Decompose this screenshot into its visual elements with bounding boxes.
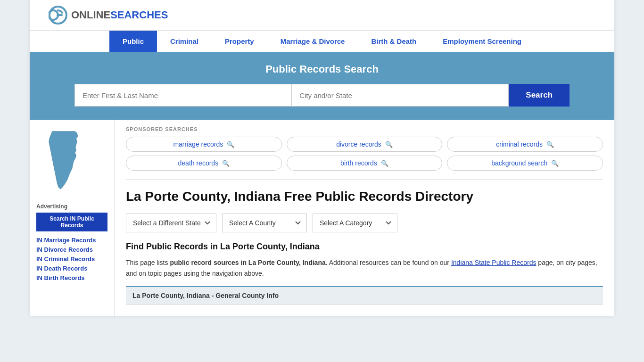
sponsored-section: SPONSORED SEARCHES marriage records 🔍 di… bbox=[126, 120, 603, 180]
find-text-bold: public record sources in La Porte County… bbox=[170, 259, 325, 266]
search-form: Search bbox=[74, 84, 570, 107]
search-icon-4: 🔍 bbox=[222, 160, 230, 167]
search-button[interactable]: Search bbox=[509, 84, 570, 107]
content-row: Advertising Search IN Public Records IN … bbox=[30, 120, 614, 316]
search-tags-row-2: death records 🔍 birth records 🔍 backgrou… bbox=[126, 156, 603, 171]
main-nav: Public Criminal Property Marriage & Divo… bbox=[30, 30, 614, 52]
category-dropdown[interactable]: Select A Category bbox=[313, 214, 397, 232]
tag-marriage[interactable]: marriage records 🔍 bbox=[126, 137, 282, 152]
nav-employment[interactable]: Employment Screening bbox=[429, 31, 535, 52]
sidebar-links: IN Marriage Records IN Divorce Records I… bbox=[36, 236, 107, 281]
indiana-map bbox=[36, 127, 107, 195]
logo[interactable]: ONLINESEARCHES bbox=[49, 6, 168, 25]
nav-marriage-divorce[interactable]: Marriage & Divorce bbox=[267, 31, 358, 52]
logo-text: ONLINESEARCHES bbox=[71, 9, 168, 21]
nav-property[interactable]: Property bbox=[212, 31, 267, 52]
search-banner: Public Records Search Search bbox=[30, 52, 614, 120]
tag-marriage-label: marriage records bbox=[173, 140, 223, 148]
search-icon-5: 🔍 bbox=[381, 160, 388, 167]
svg-point-1 bbox=[57, 14, 59, 16]
tag-background-label: background search bbox=[491, 159, 547, 167]
logo-icon bbox=[49, 6, 67, 25]
sidebar-link-criminal[interactable]: IN Criminal Records bbox=[36, 255, 107, 263]
logo-online: ONLINE bbox=[71, 9, 110, 21]
tag-death-label: death records bbox=[178, 159, 219, 167]
state-dropdown[interactable]: Select a Different State bbox=[126, 214, 216, 232]
find-records-title: Find Public Records in La Porte County, … bbox=[126, 242, 603, 252]
tag-birth-label: birth records bbox=[340, 159, 377, 167]
search-icon-2: 🔍 bbox=[385, 141, 393, 148]
tag-criminal-label: criminal records bbox=[496, 140, 543, 148]
tag-divorce-label: divorce records bbox=[336, 140, 381, 148]
sidebar-link-divorce[interactable]: IN Divorce Records bbox=[36, 246, 107, 253]
tag-criminal[interactable]: criminal records 🔍 bbox=[447, 137, 603, 152]
nav-criminal[interactable]: Criminal bbox=[157, 31, 212, 52]
nav-birth-death[interactable]: Birth & Death bbox=[358, 31, 429, 52]
sidebar: Advertising Search IN Public Records IN … bbox=[30, 120, 115, 316]
find-text-2: . Additional resources can be found on o… bbox=[326, 259, 451, 266]
tag-divorce[interactable]: divorce records 🔍 bbox=[287, 137, 443, 152]
search-icon-1: 🔍 bbox=[227, 141, 234, 148]
search-icon-6: 🔍 bbox=[551, 160, 559, 167]
tag-background[interactable]: background search 🔍 bbox=[447, 156, 603, 171]
location-input[interactable] bbox=[291, 84, 509, 107]
county-info-bar: La Porte County, Indiana - General Count… bbox=[126, 286, 603, 304]
search-banner-title: Public Records Search bbox=[49, 63, 595, 75]
search-tags-row-1: marriage records 🔍 divorce records 🔍 cri… bbox=[126, 137, 603, 152]
sidebar-link-death[interactable]: IN Death Records bbox=[36, 264, 107, 272]
find-records-text: This page lists public record sources in… bbox=[126, 257, 603, 279]
indiana-map-svg bbox=[36, 127, 93, 193]
nav-public[interactable]: Public bbox=[109, 31, 157, 52]
tag-birth[interactable]: birth records 🔍 bbox=[287, 156, 443, 171]
search-icon-3: 🔍 bbox=[546, 141, 554, 148]
page-title: La Porte County, Indiana Free Public Rec… bbox=[126, 188, 603, 205]
search-in-button[interactable]: Search IN Public Records bbox=[36, 213, 107, 231]
find-link[interactable]: Indiana State Public Records bbox=[451, 259, 537, 266]
name-input[interactable] bbox=[74, 84, 291, 107]
county-dropdown[interactable]: Select A County bbox=[222, 214, 307, 232]
main-content: SPONSORED SEARCHES marriage records 🔍 di… bbox=[115, 120, 614, 316]
logo-searches: SEARCHES bbox=[110, 9, 168, 21]
sidebar-link-marriage[interactable]: IN Marriage Records bbox=[36, 236, 107, 244]
tag-death[interactable]: death records 🔍 bbox=[126, 156, 282, 171]
sidebar-link-birth[interactable]: IN Birth Records bbox=[36, 274, 107, 281]
find-text-1: This page lists bbox=[126, 259, 170, 266]
advertising-label: Advertising bbox=[36, 203, 107, 210]
site-header: ONLINESEARCHES bbox=[30, 0, 614, 30]
sponsored-label: SPONSORED SEARCHES bbox=[126, 126, 603, 132]
dropdown-row: Select a Different State Select A County… bbox=[126, 214, 603, 232]
